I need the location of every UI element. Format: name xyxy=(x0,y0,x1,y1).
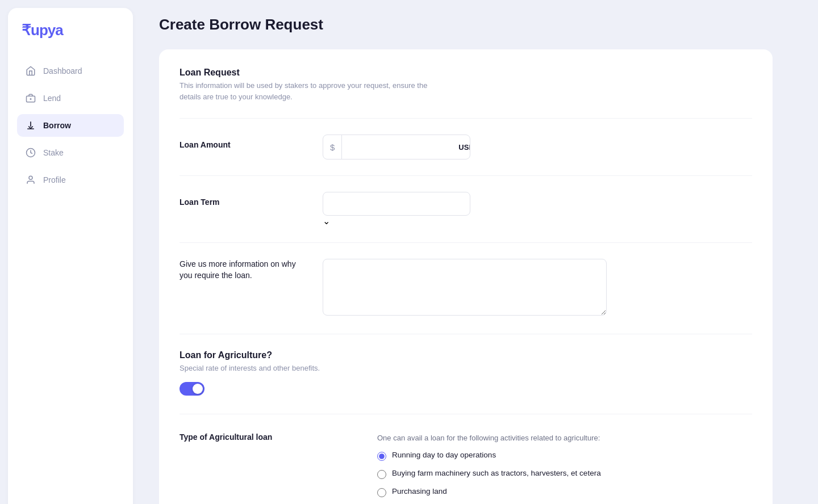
loan-reason-textarea[interactable] xyxy=(323,259,607,316)
svg-rect-3 xyxy=(27,128,34,129)
loan-term-label: Loan Term xyxy=(180,192,304,207)
agri-radio-1[interactable] xyxy=(377,452,386,461)
agri-option-3[interactable]: Purchasing land xyxy=(377,487,752,497)
loan-amount-input[interactable] xyxy=(342,135,453,159)
loan-amount-label: Loan Amount xyxy=(180,135,304,149)
section-title: Loan Request xyxy=(180,68,752,78)
agri-option-2[interactable]: Buying farm machinery such as tractors, … xyxy=(377,469,752,479)
agriculture-toggle[interactable] xyxy=(180,382,204,396)
loan-amount-input-group: $ USD ⌄ xyxy=(323,135,470,159)
agri-radio-3[interactable] xyxy=(377,488,386,497)
agri-type-label: Type of Agricultural loan xyxy=(180,432,304,442)
lend-icon xyxy=(25,93,36,104)
agriculture-type-section: Type of Agricultural loan One can avail … xyxy=(180,430,752,505)
sidebar-item-borrow-label: Borrow xyxy=(43,121,71,130)
sidebar: ₹upya Dashboard Lend xyxy=(8,8,133,504)
agri-radio-2[interactable] xyxy=(377,470,386,479)
loan-amount-control: $ USD ⌄ xyxy=(323,135,752,159)
divider-2 xyxy=(180,175,752,176)
loan-reason-label: Give us more information on why you requ… xyxy=(180,259,304,281)
main-content: Create Borrow Request Loan Request This … xyxy=(141,0,818,504)
sidebar-item-lend[interactable]: Lend xyxy=(17,87,124,110)
toggle-thumb xyxy=(193,384,203,394)
agriculture-title: Loan for Agriculture? xyxy=(180,350,752,360)
logo: ₹upya xyxy=(17,22,124,39)
agri-left-panel: Type of Agricultural loan xyxy=(180,432,350,505)
agri-info-text: One can avail a loan for the following a… xyxy=(377,432,752,444)
loan-term-select[interactable]: 1 Week 2 Weeks 4 Weeks 8 Weeks 12 Weeks xyxy=(323,192,470,216)
agri-radio-group: Running day to day operations Buying far… xyxy=(377,451,752,504)
agri-option-3-label: Purchasing land xyxy=(392,487,447,495)
agriculture-toggle-section: Loan for Agriculture? Special rate of in… xyxy=(180,350,752,398)
sidebar-item-dashboard[interactable]: Dashboard xyxy=(17,60,124,82)
loan-request-header: Loan Request This information will be us… xyxy=(180,68,752,102)
agri-option-2-label: Buying farm machinery such as tractors, … xyxy=(392,469,601,477)
loan-term-select-wrap: 1 Week 2 Weeks 4 Weeks 8 Weeks 12 Weeks … xyxy=(323,192,470,226)
currency-prefix: $ xyxy=(323,135,342,159)
divider-4 xyxy=(180,334,752,334)
loan-reason-control xyxy=(323,259,752,318)
sidebar-item-lend-label: Lend xyxy=(43,94,61,103)
sidebar-item-dashboard-label: Dashboard xyxy=(43,66,82,75)
loan-term-chevron-icon: ⌄ xyxy=(323,216,330,226)
page-title: Create Borrow Request xyxy=(159,16,800,33)
agri-option-1[interactable]: Running day to day operations xyxy=(377,451,752,461)
agri-right-panel: One can avail a loan for the following a… xyxy=(377,432,752,505)
divider-5 xyxy=(180,414,752,414)
profile-icon xyxy=(25,174,36,186)
loan-term-control: 1 Week 2 Weeks 4 Weeks 8 Weeks 12 Weeks … xyxy=(323,192,752,226)
sidebar-item-borrow[interactable]: Borrow xyxy=(17,114,124,137)
sidebar-item-stake-label: Stake xyxy=(43,148,64,157)
toggle-track xyxy=(180,382,204,396)
agri-option-1-label: Running day to day operations xyxy=(392,451,496,459)
divider-1 xyxy=(180,118,752,119)
agriculture-description: Special rate of interests and other bene… xyxy=(180,363,441,374)
section-description: This information will be used by stakers… xyxy=(180,80,441,102)
currency-selector[interactable]: USD ⌄ xyxy=(453,143,470,152)
loan-term-row: Loan Term 1 Week 2 Weeks 4 Weeks 8 Weeks… xyxy=(180,192,752,226)
sidebar-item-stake[interactable]: Stake xyxy=(17,141,124,164)
form-card: Loan Request This information will be us… xyxy=(159,49,773,504)
dashboard-icon xyxy=(25,65,36,77)
loan-reason-row: Give us more information on why you requ… xyxy=(180,259,752,318)
borrow-icon xyxy=(25,120,36,131)
sidebar-item-profile[interactable]: Profile xyxy=(17,169,124,191)
loan-amount-row: Loan Amount $ USD ⌄ xyxy=(180,135,752,159)
divider-3 xyxy=(180,242,752,243)
currency-label: USD xyxy=(458,143,470,152)
stake-icon xyxy=(25,147,36,158)
sidebar-item-profile-label: Profile xyxy=(43,175,66,184)
svg-point-5 xyxy=(29,176,32,179)
